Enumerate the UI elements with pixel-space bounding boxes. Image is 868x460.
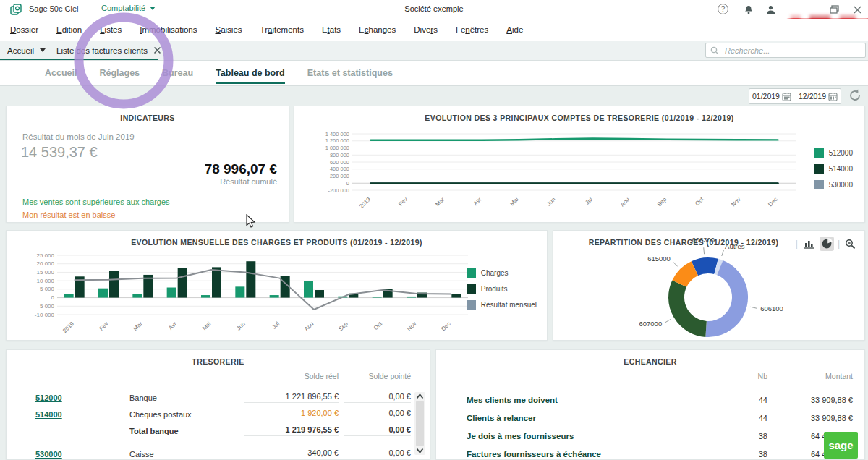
menu-traitements[interactable]: Traitements [260,25,304,34]
menu-etats[interactable]: Etats [322,25,341,34]
tab-strip: Accueil Liste des factures clients [0,41,868,61]
donut-label: 606100 [760,304,783,312]
sage-badge-label: sage [828,439,853,451]
legend-swatch [814,148,824,158]
legend-swatch [467,268,476,278]
legend-label: 530000 [829,181,853,189]
negative-indicator-text: Mon résultat est en baisse [22,210,115,219]
account-link-512000[interactable]: 512000 [7,393,101,402]
date-from-field[interactable]: 01/2019 [752,92,791,101]
bar [98,289,108,298]
donut-label: 615000 [647,255,671,263]
nb-value: 38 [724,432,767,440]
vertical-scrollbar[interactable] [414,392,425,455]
menu-edition[interactable]: Edition [56,25,82,34]
svg-text:Fev: Fev [98,320,110,332]
close-window-icon[interactable] [851,3,864,16]
search-input[interactable] [723,46,861,56]
company-name: Société exemple [404,4,463,13]
search-icon [710,46,719,55]
menu-listes[interactable]: Listes [100,25,122,34]
legend-label: Produits [481,285,508,293]
donut-slice-606100 [706,268,740,329]
legend-label: Résultat mensuel [481,301,537,309]
svg-text:400 000: 400 000 [330,166,349,172]
restore-window-icon[interactable] [827,3,841,16]
svg-text:200 000: 200 000 [330,173,349,179]
refresh-button[interactable] [847,88,863,104]
tab-factures-clients[interactable]: Liste des factures clients [52,41,166,60]
scrollbar-down-icon[interactable] [416,448,424,453]
panel-title: EVOLUTION MENSUELLE DES CHARGES ET PRODU… [7,238,547,247]
bar [246,261,255,297]
echeancier-link[interactable]: Mes clients me doivent [436,396,724,404]
donut-label: 607000 [639,320,662,328]
svg-text:2019: 2019 [61,320,75,334]
account-link-514000[interactable]: 514000 [7,410,101,419]
menu-aide[interactable]: Aide [506,25,523,34]
legend-item: Charges [467,268,537,278]
divider [17,192,278,192]
chart-canvas: 1 400 0001 200 0001 000 000800 000600 00… [300,127,807,213]
date-to-field[interactable]: 12/2019 [799,92,838,101]
product-title: Sage 50c Ciel [29,4,79,13]
account-link-530000[interactable]: 530000 [7,450,101,459]
active-tab-indicator [0,59,158,60]
legend-swatch [814,180,824,189]
bar [109,271,119,297]
subtab-etats-et-statistiques[interactable]: Etats et statistiques [307,61,393,85]
tab-doc-label: Liste des factures clients [56,46,148,55]
app-window: Sage 50c Ciel Comptabilité Société exemp… [0,0,868,460]
svg-text:Jul: Jul [584,196,594,206]
svg-text:-200 000: -200 000 [328,187,349,194]
bar [451,294,461,297]
echeancier-link[interactable]: Je dois à mes fournisseurs [436,432,724,440]
legend-swatch [814,164,824,174]
column-solde-reel: Solde réel [244,372,339,380]
svg-text:Jun: Jun [235,320,246,331]
menu-immobilisations[interactable]: Immobilisations [140,25,197,34]
svg-text:15 000: 15 000 [37,269,55,276]
subtab-re-glages[interactable]: Réglages [99,61,140,85]
subtab-bureau[interactable]: Bureau [162,61,193,85]
cumulative-result-value: 78 996,07 € [205,161,277,177]
svg-text:Mai: Mai [201,320,213,332]
svg-text:2019: 2019 [358,196,372,210]
subtab-accueil[interactable]: Accueil [45,61,77,85]
calendar-icon[interactable] [828,92,838,101]
column-nb: Nb [724,372,767,380]
table-row: Clients à relancer4433 909,88 € [436,409,853,427]
chevron-down-icon [40,48,46,52]
legend-label: 512000 [829,149,853,157]
menu-saisies[interactable]: Saisies [216,25,242,34]
scrollbar-thumb[interactable] [416,401,424,446]
solde-pointe-value: 0,00 € [344,409,411,419]
montant-value: 33 909,88 € [767,414,853,422]
dashboard-content: 01/2019 12/2019 INDICATEURS Résultat du … [0,86,868,460]
menu-echanges[interactable]: Echanges [359,25,396,34]
account-label: Caisse [101,450,244,459]
user-icon[interactable] [764,3,777,16]
solde-pointe-value: 0,00 € [344,392,411,403]
menu-fenetres[interactable]: Fenêtres [456,25,488,34]
module-selector[interactable]: Comptabilité [101,4,156,12]
panel-title: INDICATEURS [7,114,289,122]
solde-pointe-value: 0,00 € [344,425,411,436]
help-icon[interactable]: ? [718,4,728,14]
table-row: Factures fournisseurs à échéance3864 443… [436,445,853,460]
table-row: 514000Chèques postaux-1 920,00 €0,00 € [7,406,411,422]
scrollbar-up-icon[interactable] [416,393,424,399]
menu-divers[interactable]: Divers [414,25,438,34]
bell-icon[interactable] [742,3,755,16]
tab-accueil[interactable]: Accueil [0,41,53,60]
month-result-label: Résultat du mois de Juin 2019 [22,132,135,141]
svg-text:Sep: Sep [337,320,349,333]
table-header: Nb Montant [436,372,853,380]
search-box[interactable] [705,43,866,58]
close-tab-icon[interactable] [153,46,161,54]
menu-dossier[interactable]: Dossier [10,25,38,34]
subtab-tableau-de-bord[interactable]: Tableau de bord [216,61,285,85]
panel-title: TRESORERIE [7,357,430,366]
calendar-icon[interactable] [782,92,791,101]
monthly-bar-chart: 25 00020 00015 00010 0005 0000-5 000-10 … [12,251,475,342]
